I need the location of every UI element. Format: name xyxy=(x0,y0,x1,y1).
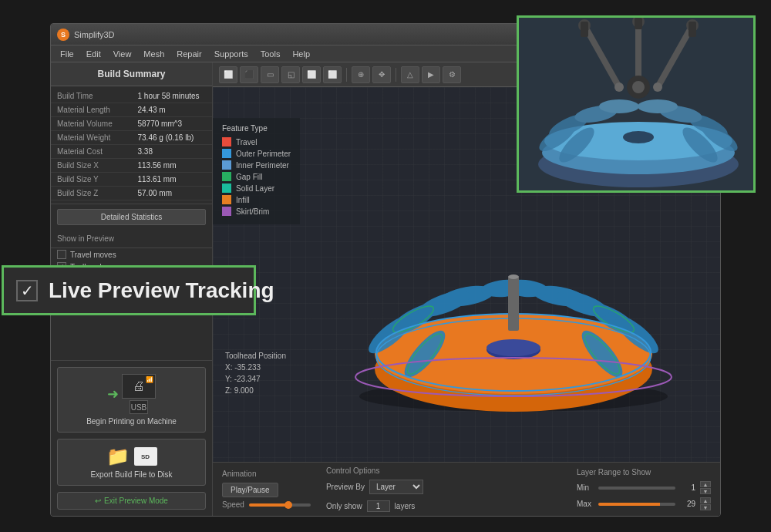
table-row: Build Size Z 57.00 mm xyxy=(51,187,212,200)
svg-point-50 xyxy=(653,82,662,92)
table-row: Build Size Y 113.61 mm xyxy=(51,173,212,187)
sd-card-icon: SD xyxy=(134,447,157,466)
toolbar-pan-btn[interactable]: ✥ xyxy=(372,66,391,83)
svg-point-25 xyxy=(508,274,519,279)
speed-slider-thumb xyxy=(284,501,292,509)
table-row: Material Cost 3.38 xyxy=(51,145,212,159)
solid-layer-color-swatch xyxy=(222,184,231,193)
feature-type-panel: Feature Type Travel Outer Perimeter Inne… xyxy=(213,118,300,224)
export-build-button[interactable]: 📁 SD Export Build File to Disk xyxy=(57,439,206,486)
min-label: Min xyxy=(577,483,594,492)
toolhead-position-title: Toolhead Position xyxy=(225,350,286,362)
stats-table: Build Time 1 hour 58 minutes Material Le… xyxy=(51,89,212,200)
menu-repair[interactable]: Repair xyxy=(170,45,207,62)
menu-edit[interactable]: Edit xyxy=(80,45,107,62)
max-range-slider[interactable] xyxy=(598,503,675,506)
svg-point-48 xyxy=(632,81,645,93)
toolbar-triangle-btn[interactable]: △ xyxy=(401,66,419,83)
app-logo: S xyxy=(57,29,69,41)
animation-section: Animation Play/Pause Speed xyxy=(222,470,311,509)
toolhead-y: Y: -23.347 xyxy=(225,373,286,385)
feature-outer-perimeter: Outer Perimeter xyxy=(222,149,291,158)
layer-range-section: Layer Range to Show Min 1 ▲ ▼ Max 29 xyxy=(577,468,711,510)
animation-label: Animation xyxy=(222,470,311,478)
svg-rect-51 xyxy=(581,22,588,37)
menu-view[interactable]: View xyxy=(107,45,138,62)
svg-point-38 xyxy=(599,99,639,113)
travel-moves-option: Travel moves xyxy=(51,248,212,261)
preview-by-select[interactable]: Layer xyxy=(369,480,423,494)
speed-row: Speed xyxy=(222,500,311,509)
max-up-arrow[interactable]: ▲ xyxy=(700,497,711,503)
max-range-row: Max 29 ▲ ▼ xyxy=(577,497,711,510)
feature-skirt-brim: Skirt/Brim xyxy=(222,207,291,216)
infill-color-swatch xyxy=(222,195,231,204)
table-row: Build Size X 113.56 mm xyxy=(51,159,212,173)
arrow-right-icon: ➜ xyxy=(107,386,119,402)
toolbar-view1-btn[interactable]: ⬛ xyxy=(240,66,258,83)
menu-mesh[interactable]: Mesh xyxy=(137,45,170,62)
speed-slider[interactable] xyxy=(249,503,311,507)
exit-preview-button[interactable]: ↩ Exit Preview Mode xyxy=(57,492,206,510)
play-pause-row: Play/Pause xyxy=(222,483,311,497)
layers-label: layers xyxy=(395,502,416,510)
toolbar-view4-btn[interactable]: ⬜ xyxy=(302,66,321,83)
svg-point-39 xyxy=(638,99,678,113)
toolbar-sep2 xyxy=(396,68,396,82)
svg-point-40 xyxy=(623,131,654,143)
min-up-arrow[interactable]: ▲ xyxy=(700,481,711,487)
layer-range-label: Layer Range to Show xyxy=(577,468,711,476)
travel-moves-checkbox[interactable] xyxy=(57,250,66,259)
min-range-slider[interactable] xyxy=(598,487,675,490)
detailed-stats-button[interactable]: Detailed Statistics xyxy=(57,209,206,225)
toolbar-sep1 xyxy=(346,68,347,82)
menu-file[interactable]: File xyxy=(54,45,80,62)
toolbar-play-btn[interactable]: ▶ xyxy=(422,66,440,83)
menu-tools[interactable]: Tools xyxy=(254,45,287,62)
toolbar-view3-btn[interactable]: ◱ xyxy=(281,66,300,83)
control-options-label: Control Options xyxy=(326,466,561,475)
min-range-arrows: ▲ ▼ xyxy=(700,481,711,494)
toolbar-cube-btn[interactable]: ⬜ xyxy=(219,66,237,83)
feature-solid-layer: Solid Layer xyxy=(222,184,291,193)
table-row: Material Weight 73.46 g (0.16 lb) xyxy=(51,131,212,145)
speed-label: Speed xyxy=(222,500,244,509)
play-pause-button[interactable]: Play/Pause xyxy=(222,483,278,497)
max-down-arrow[interactable]: ▼ xyxy=(700,504,711,510)
toolbar-zoom-btn[interactable]: ⊕ xyxy=(352,66,370,83)
camera-preview xyxy=(517,15,756,193)
outer-perimeter-color-swatch xyxy=(222,149,231,158)
toolhead-z: Z: 9.000 xyxy=(225,385,286,396)
menu-supports[interactable]: Supports xyxy=(208,45,254,62)
gap-fill-color-swatch xyxy=(222,172,231,181)
live-preview-checkbox[interactable]: ✓ xyxy=(16,280,38,301)
control-options-section: Control Options Preview By Layer Only sh… xyxy=(326,466,561,512)
min-down-arrow[interactable]: ▼ xyxy=(700,488,711,494)
svg-rect-52 xyxy=(689,22,696,37)
begin-printing-button[interactable]: ➜ 🖨 📶 USB Begin Printing on Machine xyxy=(57,367,206,433)
preview-by-row: Preview By Layer xyxy=(326,480,561,494)
toolbar-view2-btn[interactable]: ▭ xyxy=(261,66,279,83)
toolbar-settings-btn[interactable]: ⚙ xyxy=(443,66,461,83)
usb-icon: USB xyxy=(130,400,148,414)
show-in-preview-label: Show in Preview xyxy=(51,230,212,248)
inner-perimeter-color-swatch xyxy=(222,160,231,170)
svg-rect-53 xyxy=(635,18,642,29)
live-preview-tracking-box[interactable]: ✓ Live Preview Tracking xyxy=(2,265,256,315)
3d-object-view xyxy=(313,169,714,423)
wifi-icon: 📶 xyxy=(146,376,153,383)
toolhead-x: X: -35.233 xyxy=(225,362,286,373)
svg-point-4 xyxy=(487,339,540,356)
min-range-row: Min 1 ▲ ▼ xyxy=(577,481,711,494)
only-show-input[interactable] xyxy=(367,500,390,512)
svg-point-49 xyxy=(614,82,624,92)
live-preview-label: Live Preview Tracking xyxy=(49,278,274,303)
menu-help[interactable]: Help xyxy=(286,45,316,62)
camera-inner xyxy=(519,18,753,190)
export-build-label: Export Build File to Disk xyxy=(64,470,199,479)
toolhead-position: Toolhead Position X: -35.233 Y: -23.347 … xyxy=(225,350,286,396)
toolbar-view5-btn[interactable]: ⬜ xyxy=(323,66,342,83)
svg-rect-24 xyxy=(508,277,519,331)
only-show-label: Only show xyxy=(326,502,362,510)
stats-section: Build Time 1 hour 58 minutes Material Le… xyxy=(51,86,212,204)
